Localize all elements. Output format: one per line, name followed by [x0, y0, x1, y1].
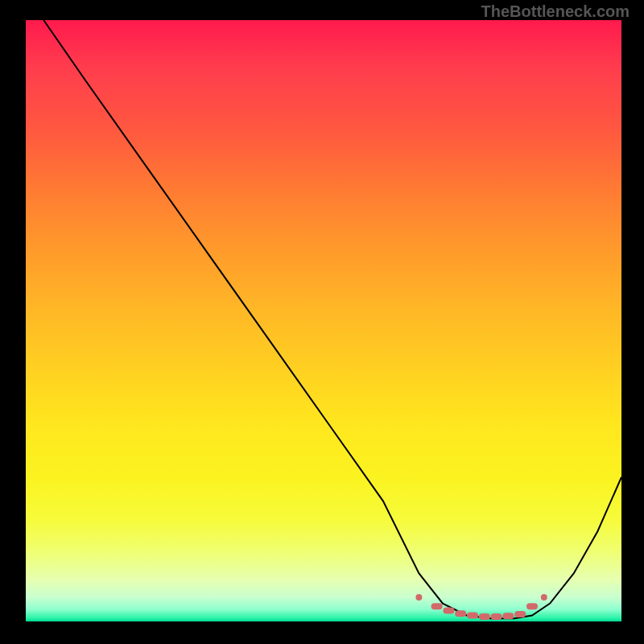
marker-dot — [431, 603, 443, 609]
chart-container: TheBottleneck.com — [0, 0, 644, 644]
marker-dot — [502, 613, 514, 619]
marker-dot — [455, 610, 466, 617]
marker-dot — [479, 613, 490, 620]
plot-area — [26, 20, 621, 621]
marker-dot — [467, 613, 478, 619]
bottleneck-curve — [43, 20, 621, 618]
chart-svg — [26, 20, 621, 621]
marker-dot — [443, 608, 454, 614]
marker-dot — [541, 594, 547, 601]
marker-dot — [526, 603, 538, 609]
marker-dot — [415, 594, 422, 601]
marker-dot — [491, 613, 502, 620]
marker-dot — [514, 611, 526, 617]
watermark-text: TheBottleneck.com — [481, 2, 630, 21]
